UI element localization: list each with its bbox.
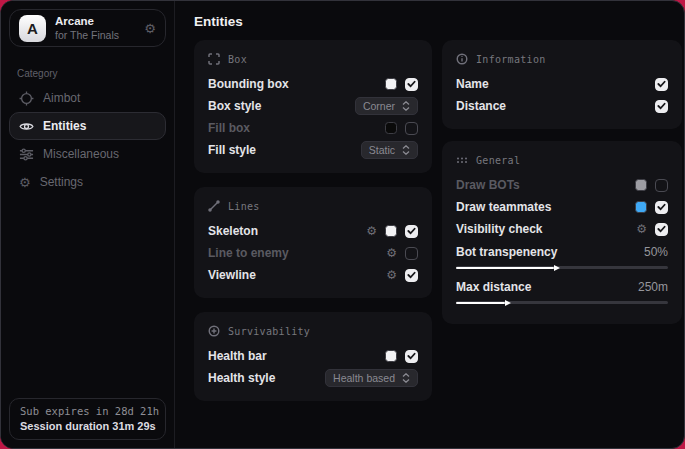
slider-fill — [456, 302, 505, 304]
arcane-window: A Arcane for The Finals ⚙ Category Aimbo… — [0, 0, 685, 449]
checkbox[interactable] — [655, 223, 668, 236]
checkbox[interactable] — [655, 179, 668, 192]
health-style-dropdown[interactable]: Health based — [325, 369, 418, 387]
slider-value: 250m — [638, 280, 668, 294]
slider-value: 50% — [644, 245, 668, 259]
setting-row-name: Name — [456, 73, 668, 95]
color-swatch[interactable] — [385, 350, 397, 362]
bot-transparency-slider-group: Bot transpenency 50% — [456, 242, 668, 269]
setting-row-visibility-check: Visibility check ⚙ — [456, 218, 668, 240]
crosshair-icon — [19, 91, 34, 106]
setting-row-draw-bots: Draw BOTs — [456, 174, 668, 196]
sub-expires-text: Sub expires in 28d 21h — [20, 405, 155, 417]
config-gear-icon[interactable]: ⚙ — [386, 247, 397, 259]
sidebar-item-label: Settings — [40, 175, 83, 189]
diagonal-line-icon — [208, 200, 220, 212]
setting-row-bounding-box: Bounding box — [208, 73, 418, 95]
setting-row-viewline: Viewline ⚙ — [208, 264, 418, 286]
checkbox[interactable] — [405, 247, 418, 260]
subscription-card: Sub expires in 28d 21h Session duration … — [9, 398, 166, 440]
info-icon — [456, 53, 468, 65]
health-cross-icon — [208, 325, 220, 337]
sidebar-item-entities[interactable]: Entities — [9, 112, 166, 140]
dots-grid-icon — [456, 154, 468, 166]
sidebar-item-label: Entities — [43, 119, 86, 133]
slider-fill — [456, 267, 554, 269]
lines-card: Lines Skeleton ⚙ Line to enemy — [194, 187, 432, 298]
fill-style-dropdown[interactable]: Static — [361, 141, 418, 159]
sidebar: A Arcane for The Finals ⚙ Category Aimbo… — [1, 1, 175, 448]
checkbox[interactable] — [405, 350, 418, 363]
survivability-card-header: Survivability — [208, 323, 418, 339]
color-swatch[interactable] — [385, 78, 397, 90]
main-panel: Entities Box B — [175, 1, 685, 448]
brand-logo: A — [19, 15, 46, 42]
page-title: Entities — [194, 14, 682, 29]
sidebar-item-label: Miscellaneous — [43, 147, 119, 161]
setting-row-box-style: Box style Corner — [208, 95, 418, 117]
bot-transparency-slider[interactable] — [456, 266, 668, 269]
config-gear-icon[interactable]: ⚙ — [366, 225, 377, 237]
unfold-icon — [402, 101, 410, 111]
checkbox[interactable] — [655, 100, 668, 113]
sidebar-item-aimbot[interactable]: Aimbot — [9, 84, 166, 112]
setting-row-fill-style: Fill style Static — [208, 139, 418, 161]
checkbox[interactable] — [405, 269, 418, 282]
unfold-icon — [402, 373, 410, 383]
checkbox[interactable] — [405, 78, 418, 91]
setting-row-health-bar: Health bar — [208, 345, 418, 367]
checkbox[interactable] — [655, 78, 668, 91]
checkbox[interactable] — [655, 201, 668, 214]
sliders-icon — [19, 147, 34, 162]
checkbox[interactable] — [405, 122, 418, 135]
gear-icon: ⚙ — [19, 175, 31, 190]
brand-subtitle: for The Finals — [55, 29, 119, 42]
unfold-icon — [402, 145, 410, 155]
brand-title: Arcane — [55, 14, 119, 28]
section-title: Box — [228, 54, 247, 65]
color-swatch[interactable] — [385, 122, 397, 134]
setting-row-health-style: Health style Health based — [208, 367, 418, 389]
max-distance-slider[interactable] — [456, 301, 668, 304]
entities-icon — [19, 119, 34, 134]
box-card-header: Box — [208, 51, 418, 67]
setting-row-draw-teammates: Draw teammates — [456, 196, 668, 218]
lines-card-header: Lines — [208, 198, 418, 214]
sidebar-item-label: Aimbot — [43, 91, 80, 105]
setting-row-fill-box: Fill box — [208, 117, 418, 139]
max-distance-slider-group: Max distance 250m — [456, 277, 668, 304]
color-swatch[interactable] — [635, 179, 647, 191]
sidebar-item-miscellaneous[interactable]: Miscellaneous — [9, 140, 166, 168]
session-duration-text: Session duration 31m 29s — [20, 420, 155, 432]
brand-text: Arcane for The Finals — [55, 14, 119, 42]
section-title: Lines — [228, 201, 260, 212]
color-swatch[interactable] — [635, 201, 647, 213]
information-card: Information Name Distance — [442, 40, 682, 129]
setting-row-skeleton: Skeleton ⚙ — [208, 220, 418, 242]
general-card: General Draw BOTs Draw teammates — [442, 141, 682, 324]
checkbox[interactable] — [405, 225, 418, 238]
sidebar-item-settings[interactable]: ⚙ Settings — [9, 168, 166, 196]
category-label: Category — [17, 68, 174, 79]
section-title: Information — [476, 54, 546, 65]
section-title: General — [476, 155, 520, 166]
setting-row-distance: Distance — [456, 95, 668, 117]
box-card: Box Bounding box Box style — [194, 40, 432, 173]
setting-row-line-to-enemy: Line to enemy ⚙ — [208, 242, 418, 264]
brand-card: A Arcane for The Finals ⚙ — [9, 9, 166, 47]
box-corners-icon — [208, 53, 220, 65]
survivability-card: Survivability Health bar Health style — [194, 312, 432, 401]
information-card-header: Information — [456, 51, 668, 67]
section-title: Survivability — [228, 326, 310, 337]
general-card-header: General — [456, 152, 668, 168]
config-gear-icon[interactable]: ⚙ — [636, 223, 647, 235]
settings-gear-icon[interactable]: ⚙ — [144, 21, 156, 36]
sidebar-nav: Aimbot Entities — [1, 84, 174, 196]
color-swatch[interactable] — [385, 225, 397, 237]
config-gear-icon[interactable]: ⚙ — [386, 269, 397, 281]
box-style-dropdown[interactable]: Corner — [355, 97, 418, 115]
